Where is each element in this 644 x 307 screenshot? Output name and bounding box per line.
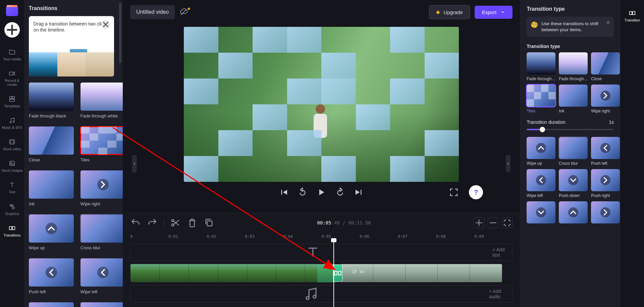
rt-extra-2[interactable] <box>559 201 588 223</box>
play-button[interactable] <box>316 187 326 197</box>
clip-1[interactable] <box>130 264 334 282</box>
transition-fade-white[interactable]: Fade through white <box>80 83 123 118</box>
clip-2[interactable] <box>341 264 502 282</box>
rt-tiles[interactable]: Tiles <box>527 85 555 113</box>
duplicate-button[interactable] <box>204 217 214 228</box>
cloud-sync-icon[interactable]: ◆ <box>179 8 188 16</box>
topbar: Untitled video ◆ ◆Upgrade Export <box>123 0 520 24</box>
delete-button[interactable] <box>187 217 198 228</box>
transition-push-left[interactable]: Push left <box>29 258 74 294</box>
svg-rect-7 <box>10 161 15 166</box>
chevron-down-icon <box>500 10 505 14</box>
rt-push-down[interactable]: Push down <box>559 169 588 198</box>
transition-wipe-right[interactable]: Wipe right <box>80 170 123 206</box>
rail-music[interactable]: Music & SFX <box>0 113 24 133</box>
collapse-right-panel[interactable] <box>506 155 511 172</box>
rt-wipe-up[interactable]: Wipe up <box>527 137 555 166</box>
emoji-icon: 🧐 <box>531 21 538 29</box>
rt-cross-blur[interactable]: Cross blur <box>559 137 588 166</box>
rt-push-left[interactable]: Push left <box>591 137 620 166</box>
image-icon <box>8 160 16 167</box>
upgrade-button[interactable]: ◆Upgrade <box>429 5 470 19</box>
svg-point-20 <box>306 297 309 299</box>
transition-ink[interactable]: Ink <box>29 170 74 206</box>
project-title[interactable]: Untitled video <box>130 5 175 19</box>
slider-thumb[interactable] <box>540 127 545 132</box>
rt-ink[interactable]: Ink <box>559 85 588 113</box>
zoom-in-button[interactable] <box>474 217 484 228</box>
svg-rect-6 <box>10 140 15 144</box>
time-ruler[interactable]: 00:010:020:030:040:050:060:070:080:09 <box>130 232 513 242</box>
skip-end-button[interactable] <box>354 187 364 197</box>
rail-your-media[interactable]: Your media <box>0 45 24 64</box>
hint-close-button[interactable] <box>606 20 610 27</box>
panel-title: Transitions <box>29 5 114 11</box>
rail-right-transition[interactable]: Transition <box>621 6 644 25</box>
properties-panel: Transition type 🧐 Use these transitions … <box>520 0 621 307</box>
export-button[interactable]: Export <box>475 6 513 19</box>
rt-wipe-left[interactable]: Wipe left <box>527 169 555 198</box>
transition-fade-black[interactable]: Fade through black <box>29 83 74 118</box>
fullscreen-button[interactable] <box>449 187 459 197</box>
templates-icon <box>8 95 16 103</box>
text-track[interactable]: + Add text <box>130 244 513 261</box>
svg-rect-22 <box>630 11 632 14</box>
clip-indicators <box>352 269 365 274</box>
fit-button[interactable] <box>502 217 513 228</box>
rail-transitions[interactable]: Transitions <box>0 221 24 241</box>
svg-rect-12 <box>12 226 15 229</box>
forward-button[interactable] <box>335 187 345 197</box>
transition-wipe-up[interactable]: Wipe up <box>29 214 74 250</box>
tip-card: Drag a transition between two clips on t… <box>29 16 114 76</box>
audio-track[interactable]: + Add audio <box>130 285 513 303</box>
help-button[interactable]: ? <box>469 185 483 199</box>
rt-fade-black[interactable]: Fade through... <box>527 52 555 81</box>
rt-close[interactable]: Close <box>591 52 620 81</box>
rt-wipe-right[interactable]: Wipe right <box>591 85 620 113</box>
collapse-left-panel[interactable] <box>132 155 137 172</box>
text-icon <box>8 181 16 189</box>
video-preview[interactable]: 16:9 <box>184 27 459 182</box>
redo-button[interactable] <box>147 217 158 228</box>
rt-fade-white[interactable]: Fade through... <box>559 52 588 81</box>
skip-start-button[interactable] <box>279 187 289 197</box>
zoom-out-button[interactable] <box>488 217 498 228</box>
rail-text[interactable]: Text <box>0 178 24 197</box>
shapes-icon <box>8 203 16 210</box>
rt-extra-3[interactable] <box>591 201 620 223</box>
transition-close[interactable]: Close <box>29 126 74 162</box>
transition-push-down[interactable]: Push down <box>29 302 74 307</box>
text-icon <box>137 244 489 261</box>
add-button[interactable] <box>4 22 20 38</box>
transition-push-right[interactable]: Push right <box>80 302 123 307</box>
section-label: Transition type <box>527 44 614 49</box>
tip-close-button[interactable] <box>101 20 110 29</box>
rail-stock-video[interactable]: Stock video <box>0 135 24 154</box>
transition-icon <box>629 9 636 17</box>
properties-title: Transition type <box>527 6 614 12</box>
transition-badge[interactable] <box>333 264 342 282</box>
transition-tiles[interactable]: Tiles <box>80 126 123 162</box>
undo-button[interactable] <box>130 217 141 228</box>
rt-push-right[interactable]: Push right <box>591 169 620 198</box>
rail-stock-images[interactable]: Stock images <box>0 156 24 176</box>
preview-area: 16:9 ? <box>123 24 520 213</box>
duration-value: 1s <box>609 119 614 125</box>
scrollbar[interactable] <box>119 3 121 63</box>
app-logo <box>6 6 18 16</box>
transition-wipe-left[interactable]: Wipe left <box>80 258 123 294</box>
rail-record-create[interactable]: Record & create <box>0 66 24 90</box>
split-button[interactable] <box>170 217 181 228</box>
svg-rect-16 <box>207 221 212 226</box>
rail-templates[interactable]: Templates <box>0 92 24 111</box>
transition-grid: Fade through black Fade through white Cl… <box>29 83 114 307</box>
rail-graphics[interactable]: Graphics <box>0 200 24 219</box>
transition-icon <box>8 224 16 232</box>
music-icon <box>137 286 486 302</box>
svg-point-5 <box>13 121 14 122</box>
duration-slider[interactable] <box>527 129 614 130</box>
playhead[interactable] <box>333 241 334 307</box>
transition-cross-blur[interactable]: Cross blur <box>80 214 123 250</box>
rewind-button[interactable] <box>298 187 308 197</box>
rt-extra-1[interactable] <box>527 201 555 223</box>
